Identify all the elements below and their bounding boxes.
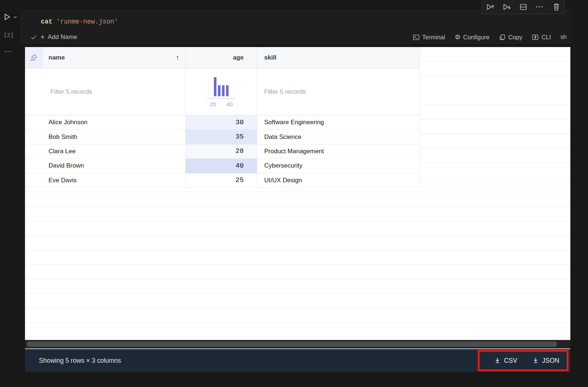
cell-toolbar: ··· xyxy=(482,0,565,14)
execute-below-button[interactable] xyxy=(501,1,513,12)
cell-name: David Brown xyxy=(25,159,186,173)
execution-count: [2] xyxy=(4,32,14,39)
cell-name: Clara Lee xyxy=(25,144,186,158)
execute-below-icon xyxy=(502,3,512,11)
pin-icon xyxy=(29,53,39,62)
code-cell[interactable]: cat 'runme-new.json' + Add Name Terminal… xyxy=(21,10,572,43)
split-cell-button[interactable] xyxy=(517,1,530,12)
table-row[interactable]: David Brown 40 Cybersecurity xyxy=(25,159,420,173)
column-header-skill[interactable]: skill xyxy=(257,47,420,68)
delete-cell-icon xyxy=(552,3,560,11)
download-icon xyxy=(494,357,501,364)
export-json-button[interactable]: JSON xyxy=(533,357,559,365)
success-check-icon xyxy=(30,33,37,41)
age-histogram-chart[interactable]: 20 40 xyxy=(207,76,236,107)
column-label-age: age xyxy=(233,54,244,61)
copy-icon xyxy=(499,34,506,41)
histogram-bar xyxy=(222,85,225,96)
tick-label-max: 40 xyxy=(226,101,233,107)
table-row[interactable]: Bob Smith 35 Data Science xyxy=(25,130,420,144)
column-label-skill: skill xyxy=(264,54,276,61)
export-actions: CSV JSON xyxy=(494,357,559,365)
delete-cell-button[interactable] xyxy=(550,1,563,12)
configure-label: Configure xyxy=(463,34,490,41)
execute-above-button[interactable] xyxy=(484,1,496,12)
histogram-bar xyxy=(226,85,229,96)
column-label-name: name xyxy=(49,54,65,61)
pin-column-button[interactable] xyxy=(25,47,43,68)
sort-ascending-icon[interactable]: ↑ xyxy=(176,54,180,62)
column-header-age[interactable]: age xyxy=(186,47,257,68)
chevron-down-icon[interactable] xyxy=(13,15,18,19)
table-row[interactable]: Eve Davis 25 UI/UX Design xyxy=(25,173,420,188)
run-cell-icon[interactable] xyxy=(3,12,11,21)
add-name-label: Add Name xyxy=(48,33,77,41)
terminal-icon xyxy=(413,34,420,41)
table-header-row: name ↑ age skill xyxy=(25,47,420,68)
perspective-table: name ↑ age skill Filter 5 records 20 xyxy=(25,47,420,188)
more-actions-icon[interactable]: ⋯ xyxy=(4,47,13,56)
more-actions-button[interactable]: ··· xyxy=(534,1,546,12)
gear-icon: ⚙ xyxy=(455,33,460,41)
cell-status-bar: + Add Name Terminal ⚙ Configure Copy xyxy=(21,31,572,43)
tick-label-min: 20 xyxy=(210,101,216,107)
terminal-button[interactable]: Terminal xyxy=(413,34,445,41)
output-data-grid: name ↑ age skill Filter 5 records 20 xyxy=(25,47,570,340)
execute-above-icon xyxy=(485,3,495,11)
cell-skill: UI/UX Design xyxy=(257,173,420,187)
copy-label: Copy xyxy=(508,34,523,41)
cell-skill: Software Engineering xyxy=(257,115,420,129)
cell-name: Eve Davis xyxy=(25,173,186,187)
row-column-count: Showing 5 rows × 3 columns xyxy=(39,357,121,365)
run-cell-button[interactable] xyxy=(3,12,18,22)
code-command: cat xyxy=(41,18,53,25)
name-filter-input[interactable]: Filter 5 records xyxy=(25,68,186,115)
export-csv-button[interactable]: CSV xyxy=(494,357,517,365)
copy-button[interactable]: Copy xyxy=(499,34,523,41)
cell-age: 28 xyxy=(186,144,257,158)
cell-name: Bob Smith xyxy=(25,130,186,144)
histogram-axis xyxy=(207,98,236,98)
cell-age: 40 xyxy=(186,159,257,173)
cell-age: 25 xyxy=(186,173,257,187)
table-filter-row: Filter 5 records 20 40 Filter 5 records xyxy=(25,68,420,115)
histogram-bars xyxy=(214,76,229,96)
language-selector[interactable]: sh xyxy=(560,34,567,40)
output-footer: Showing 5 rows × 3 columns CSV JSON xyxy=(25,348,570,372)
more-actions-icon: ··· xyxy=(536,3,544,11)
table-row[interactable]: Clara Lee 28 Product Management xyxy=(25,144,420,159)
cell-age: 35 xyxy=(186,130,257,144)
terminal-label: Terminal xyxy=(422,34,445,41)
notebook-left-rail: [2] ⋯ xyxy=(0,0,25,387)
cell-name: Alice Johnson xyxy=(25,115,186,129)
download-icon xyxy=(533,357,539,364)
skill-filter-placeholder: Filter 5 records xyxy=(264,88,306,96)
cli-label: CLI xyxy=(541,34,551,41)
csv-label: CSV xyxy=(504,357,517,365)
cell-skill: Cybersecurity xyxy=(257,159,420,173)
split-cell-icon xyxy=(519,3,528,11)
code-argument: 'runme-new.json' xyxy=(56,18,118,25)
plus-icon: + xyxy=(40,33,45,42)
cell-skill: Product Management xyxy=(257,144,420,158)
name-filter-placeholder: Filter 5 records xyxy=(50,88,92,96)
cell-skill: Data Science xyxy=(257,130,420,144)
histogram-bar xyxy=(214,77,216,96)
skill-filter-input[interactable]: Filter 5 records xyxy=(257,68,420,115)
table-row[interactable]: Alice Johnson 30 Software Engineering xyxy=(25,115,420,130)
histogram-bar xyxy=(218,85,220,96)
json-label: JSON xyxy=(542,357,559,365)
cli-button[interactable]: CLI xyxy=(532,34,551,41)
code-line[interactable]: cat 'runme-new.json' xyxy=(41,18,118,25)
cli-icon xyxy=(532,34,539,41)
column-header-name[interactable]: name ↑ xyxy=(43,47,186,68)
configure-button[interactable]: ⚙ Configure xyxy=(455,33,490,41)
scrollbar-thumb[interactable] xyxy=(26,341,557,347)
cell-age: 30 xyxy=(186,115,257,129)
add-name-button[interactable]: + Add Name xyxy=(40,33,77,42)
age-filter-histogram[interactable]: 20 40 xyxy=(186,68,257,115)
horizontal-scrollbar[interactable] xyxy=(25,340,570,348)
histogram-tick-labels: 20 40 xyxy=(210,101,233,107)
